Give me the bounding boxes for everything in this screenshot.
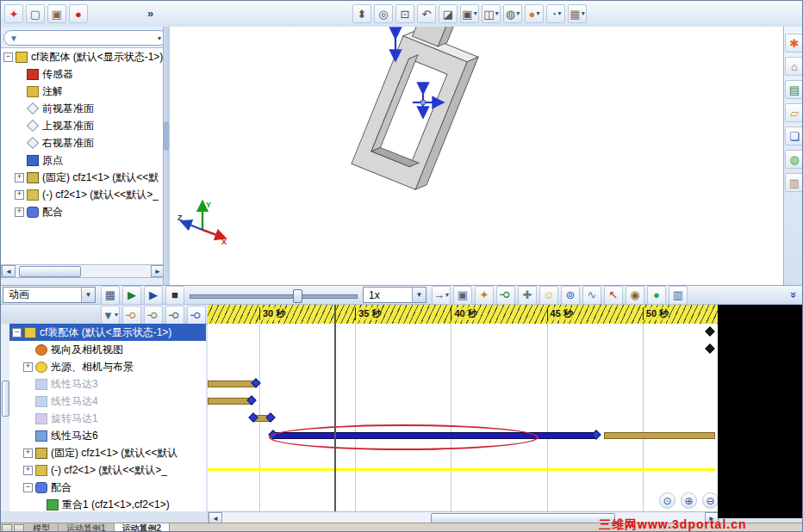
collapse-motionmanager-icon[interactable]: »	[787, 292, 800, 298]
stop-icon[interactable]: ■	[165, 286, 184, 305]
motor-icon[interactable]: ⊚	[561, 286, 580, 305]
current-time-marker[interactable]	[334, 305, 336, 511]
tree-item[interactable]: 线性马达6	[9, 427, 206, 444]
tab-motion-study-2[interactable]: 运动算例2	[115, 523, 171, 532]
collapse-toggle-icon[interactable]	[23, 483, 33, 492]
collapse-toggle-icon[interactable]	[12, 328, 22, 337]
custom-properties-icon[interactable]: ▥	[785, 173, 803, 192]
tree-item[interactable]: 右视基准面	[1, 134, 164, 152]
timeline-canvas[interactable]: ⊙⊕⊖	[208, 324, 718, 511]
toolbar-more-button[interactable]: »	[147, 7, 153, 20]
apply-scene-icon[interactable]: ◔	[546, 4, 565, 23]
timeline-bar-yline[interactable]	[208, 468, 715, 471]
timeline-position-slider[interactable]	[190, 288, 358, 303]
tree-item[interactable]: 线性马达4	[9, 393, 206, 410]
reorient-icon[interactable]: ⬍	[352, 4, 371, 23]
viewport-3d[interactable]: Y X Z	[170, 27, 783, 285]
filter-timeline-icon[interactable]: ▼	[101, 306, 120, 325]
simulation-elements-icon[interactable]: ☺	[539, 286, 558, 305]
scroll-thumb[interactable]	[19, 266, 81, 277]
slider-track[interactable]	[190, 294, 358, 299]
combo-dropdown-icon[interactable]: ▼	[81, 288, 95, 302]
filter-animation-keys-icon[interactable]: ⚲	[122, 306, 141, 325]
tree-item[interactable]: 重合1 (cfz1<1>,cf2<1>)	[9, 496, 206, 511]
timeline-bar-tan[interactable]	[604, 432, 715, 439]
swx-logo-icon[interactable]: ✦	[4, 4, 23, 23]
feature-tree-hscrollbar[interactable]: ◄ ►	[1, 264, 165, 278]
motion-results-icon[interactable]: ▥	[669, 286, 688, 305]
expand-toggle-icon[interactable]	[23, 448, 33, 458]
file-explorer-icon[interactable]: ▱	[785, 103, 803, 122]
previous-view-icon[interactable]: ↶	[417, 4, 436, 23]
expand-toggle-icon[interactable]	[15, 173, 24, 182]
expand-toggle-icon[interactable]	[15, 207, 24, 217]
edit-appearance-icon[interactable]: ●	[525, 4, 544, 23]
study-type-combo[interactable]: 动画 ▼	[3, 287, 96, 303]
save-animation-icon[interactable]: ▣	[453, 286, 472, 305]
view-settings-icon[interactable]: ▦	[568, 4, 587, 23]
new-document-icon[interactable]: ▢	[26, 4, 45, 23]
expand-toggle-icon[interactable]	[23, 466, 33, 475]
zoom-area-icon[interactable]: ⊡	[395, 4, 414, 23]
filter-selected-keys-icon[interactable]: ⚲	[165, 306, 184, 325]
open-document-icon[interactable]: ▣	[47, 4, 66, 23]
spring-icon[interactable]: ∿	[582, 286, 601, 305]
tree-item[interactable]: (-) cf2<1> (默认<<默认>_	[1, 186, 164, 203]
splitter-button[interactable]	[2, 524, 12, 532]
tree-item[interactable]: (固定) cfz1<1> (默认<<默	[1, 169, 164, 186]
tree-item[interactable]: (-) cf2<1> (默认<<默认>_	[9, 461, 206, 479]
tree-item[interactable]: (固定) cfz1<1> (默认<<默认	[9, 444, 206, 461]
add-key-icon[interactable]: ✚	[518, 286, 537, 305]
zoom-fit-icon[interactable]: ◎	[374, 4, 393, 23]
scroll-left-button[interactable]: ◄	[2, 265, 16, 277]
timeline-zoom-out-icon[interactable]: ⊖	[702, 492, 718, 509]
tab-motion-study-1[interactable]: 运动算例1	[59, 523, 115, 532]
toolbox-icon[interactable]: ▤	[785, 80, 803, 99]
tree-item[interactable]: cf装配体 (默认<显示状态-1>)	[1, 48, 164, 65]
appearances-scenes-icon[interactable]: ◍	[785, 150, 803, 169]
play-from-start-icon[interactable]: ▶	[122, 286, 141, 305]
tree-item[interactable]: 配合	[1, 203, 164, 220]
slider-thumb[interactable]	[293, 289, 302, 303]
timeline-keypoint[interactable]	[705, 326, 714, 336]
view-palette-icon[interactable]: ❏	[785, 127, 803, 145]
autokey-icon[interactable]: ⚲	[496, 286, 515, 305]
timeline-bar-tan[interactable]	[208, 398, 252, 405]
tree-item[interactable]: 视向及相机视图	[9, 341, 206, 358]
display-style-icon[interactable]: ◫	[482, 4, 501, 23]
help-icon[interactable]: ●	[69, 4, 88, 23]
tree-item[interactable]: 原点	[1, 152, 164, 169]
assembly-part[interactable]	[330, 27, 502, 199]
timeline-bar-tan[interactable]	[208, 380, 256, 387]
tree-item[interactable]: 光源、相机与布景	[9, 358, 206, 375]
expand-toggle-icon[interactable]	[15, 190, 24, 200]
filter-caret-icon[interactable]: ▾	[158, 34, 161, 42]
section-view-icon[interactable]: ◪	[439, 4, 458, 23]
tree-item[interactable]: 旋转马达1	[9, 410, 206, 427]
view-orientation-icon[interactable]: ▣	[460, 4, 479, 23]
tree-item[interactable]: cf装配体 (默认<显示状态-1>)	[9, 324, 206, 341]
tree-item[interactable]: 线性马达3	[9, 375, 206, 393]
task-pane-home-icon[interactable]: ✱	[785, 34, 803, 53]
tree-item[interactable]: 配合	[9, 479, 206, 496]
calculate-icon[interactable]: ▦	[101, 286, 120, 305]
force-icon[interactable]: ↖	[604, 286, 623, 305]
timeline-bar-navy[interactable]	[273, 432, 597, 439]
timeline-zoom-in-icon[interactable]: ⊕	[681, 492, 697, 509]
tree-item[interactable]: 传感器	[1, 65, 164, 83]
splitter-button[interactable]	[14, 524, 24, 532]
contact-icon[interactable]: ◉	[626, 286, 644, 305]
gravity-icon[interactable]: ●	[647, 286, 666, 305]
collapse-toggle-icon[interactable]	[3, 53, 13, 62]
panel-splitter-grip[interactable]	[164, 121, 169, 151]
tree-item[interactable]: 前视基准面	[1, 100, 164, 117]
scroll-thumb[interactable]	[2, 380, 9, 417]
filter-results-keys-icon[interactable]: ⚲	[187, 306, 206, 325]
playback-mode-icon[interactable]: →	[432, 286, 451, 305]
design-library-icon[interactable]: ⌂	[785, 57, 803, 76]
filter-driving-keys-icon[interactable]: ⚲	[144, 306, 163, 325]
play-icon[interactable]: ▶	[144, 286, 163, 305]
hide-show-icon[interactable]: ◍	[503, 4, 522, 23]
tab-model[interactable]: 模型	[25, 523, 59, 532]
combo-dropdown-icon[interactable]: ▼	[412, 288, 426, 302]
